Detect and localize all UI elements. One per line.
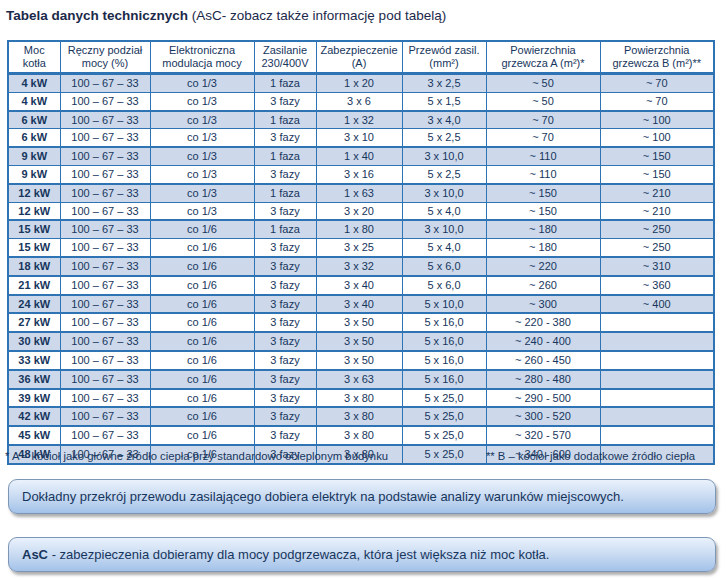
technical-data-table: Moc kotłaRęczny podział mocy (%)Elektron… (7, 40, 715, 465)
data-cell: co 1/3 (150, 165, 254, 183)
data-cell: co 1/6 (150, 332, 254, 351)
data-cell: co 1/6 (150, 389, 254, 408)
data-cell: ~ 180 (486, 220, 600, 238)
data-cell: co 1/6 (150, 257, 254, 276)
data-cell: ~ 110 (486, 147, 600, 165)
data-cell: 3 fazy (254, 370, 316, 389)
data-cell: ~ 280 - 480 (486, 370, 600, 389)
data-cell (600, 426, 714, 445)
data-cell: 3 x 63 (316, 370, 402, 389)
data-cell: ~ 210 (600, 202, 714, 220)
data-cell: ~ 400 (600, 295, 714, 314)
data-cell: 3 x 10,0 (402, 147, 486, 165)
column-header: Powierzchnia grzewcza B (m²)** (600, 41, 714, 74)
table-row: 33 kW100 – 67 – 33co 1/63 fazy3 x 505 x … (8, 351, 714, 370)
data-cell: co 1/3 (150, 74, 254, 93)
table-row: 18 kW100 – 67 – 33co 1/63 fazy3 x 325 x … (8, 257, 714, 276)
table-row: 39 kW100 – 67 – 33co 1/63 fazy3 x 805 x … (8, 389, 714, 408)
data-cell: co 1/6 (150, 370, 254, 389)
boiler-power-cell: 39 kW (8, 389, 60, 408)
boiler-power-cell: 30 kW (8, 332, 60, 351)
data-cell: 100 – 67 – 33 (60, 313, 150, 332)
data-cell: 1 x 20 (316, 74, 402, 93)
data-cell (600, 351, 714, 370)
data-cell: 3 fazy (254, 351, 316, 370)
data-cell: 3 fazy (254, 389, 316, 408)
data-cell: 3 x 80 (316, 389, 402, 408)
data-cell: ~ 70 (486, 111, 600, 129)
data-cell: 3 fazy (254, 202, 316, 220)
data-cell: 3 x 40 (316, 295, 402, 314)
table-row: 15 kW100 – 67 – 33co 1/61 faza1 x 803 x … (8, 220, 714, 238)
info-box-asc-note: AsC - zabezpieczenia dobieramy dla mocy … (8, 537, 716, 572)
boiler-power-cell: 6 kW (8, 129, 60, 147)
data-cell: 3 x 40 (316, 276, 402, 295)
data-cell: 100 – 67 – 33 (60, 239, 150, 257)
data-cell: 1 faza (254, 220, 316, 238)
boiler-power-cell: 18 kW (8, 257, 60, 276)
data-cell: ~ 240 - 400 (486, 332, 600, 351)
data-cell: 3 fazy (254, 239, 316, 257)
data-cell: ~ 210 (600, 184, 714, 202)
column-header: Przewód zasil. (mm²) (402, 41, 486, 74)
data-cell: 3 x 4,0 (402, 111, 486, 129)
data-cell: co 1/6 (150, 239, 254, 257)
column-header: Elektroniczna modulacja mocy (150, 41, 254, 74)
boiler-power-cell: 45 kW (8, 426, 60, 445)
data-cell: 1 x 63 (316, 184, 402, 202)
data-cell: 5 x 25,0 (402, 389, 486, 408)
boiler-power-cell: 4 kW (8, 92, 60, 110)
data-cell: 100 – 67 – 33 (60, 165, 150, 183)
data-cell: ~ 220 (486, 257, 600, 276)
data-cell: co 1/6 (150, 220, 254, 238)
table-row: 9 kW100 – 67 – 33co 1/33 fazy3 x 165 x 2… (8, 165, 714, 183)
table-row: 15 kW100 – 67 – 33co 1/63 fazy3 x 255 x … (8, 239, 714, 257)
data-cell: 100 – 67 – 33 (60, 276, 150, 295)
footnotes: * A – kocioł jako główne źródło ciepła p… (5, 450, 707, 462)
data-cell: co 1/6 (150, 351, 254, 370)
boiler-power-cell: 9 kW (8, 165, 60, 183)
table-row: 6 kW100 – 67 – 33co 1/31 faza1 x 323 x 4… (8, 111, 714, 129)
data-cell: 3 fazy (254, 165, 316, 183)
boiler-power-cell: 4 kW (8, 74, 60, 93)
data-cell: 3 x 6 (316, 92, 402, 110)
title-main: Tabela danych technicznych (6, 8, 188, 23)
data-cell: ~ 150 (600, 165, 714, 183)
table-row: 6 kW100 – 67 – 33co 1/33 fazy3 x 105 x 2… (8, 129, 714, 147)
column-header: Ręczny podział mocy (%) (60, 41, 150, 74)
data-cell: 1 x 32 (316, 111, 402, 129)
data-cell: ~ 100 (600, 111, 714, 129)
info-box-2-text: - zabezpieczenia dobieramy dla mocy podg… (48, 547, 549, 562)
footnote-b: ** B – kocioł jako dodatkowe źródło ciep… (486, 450, 695, 462)
data-cell: ~ 100 (600, 129, 714, 147)
boiler-power-cell: 15 kW (8, 220, 60, 238)
boiler-power-cell: 6 kW (8, 111, 60, 129)
data-cell: ~ 70 (486, 129, 600, 147)
data-cell: ~ 290 - 500 (486, 389, 600, 408)
data-cell (600, 313, 714, 332)
boiler-power-cell: 33 kW (8, 351, 60, 370)
data-cell: ~ 260 (486, 276, 600, 295)
data-cell: 100 – 67 – 33 (60, 351, 150, 370)
data-cell: 100 – 67 – 33 (60, 111, 150, 129)
data-cell: 3 fazy (254, 257, 316, 276)
data-cell: 3 x 16 (316, 165, 402, 183)
data-cell (600, 370, 714, 389)
data-cell: co 1/6 (150, 407, 254, 426)
table-row: 21 kW100 – 67 – 33co 1/63 fazy3 x 405 x … (8, 276, 714, 295)
data-cell (600, 332, 714, 351)
data-cell: 1 faza (254, 111, 316, 129)
data-cell: 5 x 1,5 (402, 92, 486, 110)
data-cell: 5 x 25,0 (402, 426, 486, 445)
table-row: 36 kW100 – 67 – 33co 1/63 fazy3 x 635 x … (8, 370, 714, 389)
data-cell: ~ 150 (486, 202, 600, 220)
data-cell: 5 x 16,0 (402, 351, 486, 370)
data-cell: 3 fazy (254, 295, 316, 314)
title-note: (AsC- zobacz także informację pod tabelą… (188, 8, 446, 23)
data-cell: 1 faza (254, 147, 316, 165)
boiler-power-cell: 15 kW (8, 239, 60, 257)
data-cell: 3 x 10,0 (402, 184, 486, 202)
data-cell: 3 fazy (254, 313, 316, 332)
page-title: Tabela danych technicznych (AsC- zobacz … (6, 8, 446, 23)
data-cell: ~ 110 (486, 165, 600, 183)
